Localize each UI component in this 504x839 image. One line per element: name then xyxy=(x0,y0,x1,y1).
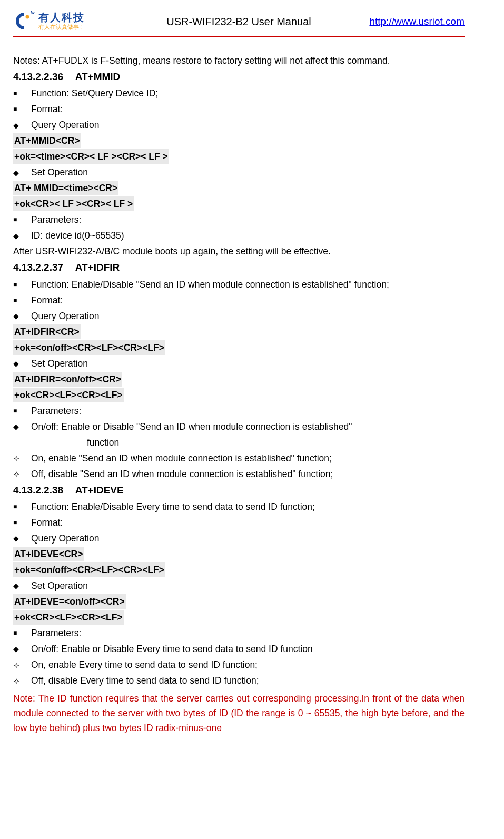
page-footer: Jinan USR IOT Technology Limited Page 61… xyxy=(13,831,465,839)
cmd37-2: +ok=<on/off><CR><LF><CR><LF> xyxy=(13,340,465,356)
after-36: After USR-WIFI232-A/B/C module boots up … xyxy=(13,243,465,259)
param37-3: Off, disable "Send an ID when module con… xyxy=(13,466,465,482)
param37-1: On/off: Enable or Disable "Send an ID wh… xyxy=(13,419,465,435)
logo-tagline: 有人在认真做事！ xyxy=(38,24,85,31)
param38-2: On, enable Every time to send data to se… xyxy=(13,657,465,673)
func-38: Function: Enable/Disable Every time to s… xyxy=(13,499,465,515)
cmd38-3: AT+IDEVE=<on/off><CR> xyxy=(13,594,465,609)
cmd36-2: +ok=<time><CR>< LF ><CR>< LF > xyxy=(13,149,465,164)
logo-text: 有人科技 有人在认真做事！ xyxy=(38,12,85,31)
intro-note: Notes: AT+FUDLX is F-Setting, means rest… xyxy=(13,53,465,68)
query-37: Query Operation xyxy=(13,308,465,324)
cmd36-3: AT+ MMID=<time><CR> xyxy=(13,180,465,196)
sec-num: 4.13.2.2.36 xyxy=(13,69,63,85)
sec-num: 4.13.2.2.38 xyxy=(13,482,63,498)
format-37: Format: xyxy=(13,292,465,308)
cmd37-3: AT+IDFIR=<on/off><CR> xyxy=(13,371,465,387)
param38-3: Off, disable Every time to send data to … xyxy=(13,673,465,688)
cmd37-4: +ok<CR><LF><CR><LF> xyxy=(13,387,465,403)
heading-38: 4.13.2.2.38 AT+IDEVE xyxy=(13,482,465,499)
func-36: Function: Set/Query Device ID; xyxy=(13,85,465,101)
cmd37-1: AT+IDFIR<CR> xyxy=(13,324,465,340)
params-36: Parameters: xyxy=(13,212,465,228)
website-link[interactable]: http://www.usriot.com xyxy=(369,16,465,27)
heading-37: 4.13.2.2.37 AT+IDFIR xyxy=(13,259,465,276)
doc-title: USR-WIFI232-B2 User Manual xyxy=(118,13,359,30)
sec-title: AT+IDEVE xyxy=(75,485,124,496)
cmd38-1: AT+IDEVE<CR> xyxy=(13,546,465,562)
usr-logo-icon: R xyxy=(13,11,35,33)
svg-text:R: R xyxy=(32,11,34,14)
sec-title: AT+MMID xyxy=(75,71,121,82)
format-38: Format: xyxy=(13,515,465,530)
sec-num: 4.13.2.2.37 xyxy=(13,260,63,275)
cmd36-1: AT+MMID<CR> xyxy=(13,133,465,149)
func-37: Function: Enable/Disable "Send an ID whe… xyxy=(13,277,465,292)
logo: R 有人科技 有人在认真做事！ xyxy=(13,11,118,33)
cmd38-4: +ok<CR><LF><CR><LF> xyxy=(13,609,465,625)
logo-cn-text: 有人科技 xyxy=(38,12,85,23)
query-38: Query Operation xyxy=(13,530,465,546)
set-37: Set Operation xyxy=(13,356,465,371)
query-36: Query Operation xyxy=(13,117,465,133)
param36-1: ID: device id(0~65535) xyxy=(13,228,465,243)
header-link-area: http://www.usriot.com xyxy=(359,14,465,29)
cmd36-4: +ok<CR>< LF ><CR>< LF > xyxy=(13,196,465,212)
param38-1: On/off: Enable or Disable Every time to … xyxy=(13,641,465,657)
heading-36: 4.13.2.2.36 AT+MMID xyxy=(13,68,465,85)
cmd38-2: +ok=<on/off><CR><LF><CR><LF> xyxy=(13,562,465,578)
param37-2: On, enable "Send an ID when module conne… xyxy=(13,450,465,466)
set-36: Set Operation xyxy=(13,164,465,180)
red-note: Note: The ID function requires that the … xyxy=(13,690,465,736)
set-38: Set Operation xyxy=(13,578,465,594)
params-38: Parameters: xyxy=(13,625,465,641)
format-36: Format: xyxy=(13,101,465,117)
page-header: R 有人科技 有人在认真做事！ USR-WIFI232-B2 User Manu… xyxy=(13,11,465,37)
param37-1b: function xyxy=(13,435,465,450)
svg-point-1 xyxy=(26,15,29,19)
sec-title: AT+IDFIR xyxy=(75,262,120,273)
params-37: Parameters: xyxy=(13,403,465,419)
